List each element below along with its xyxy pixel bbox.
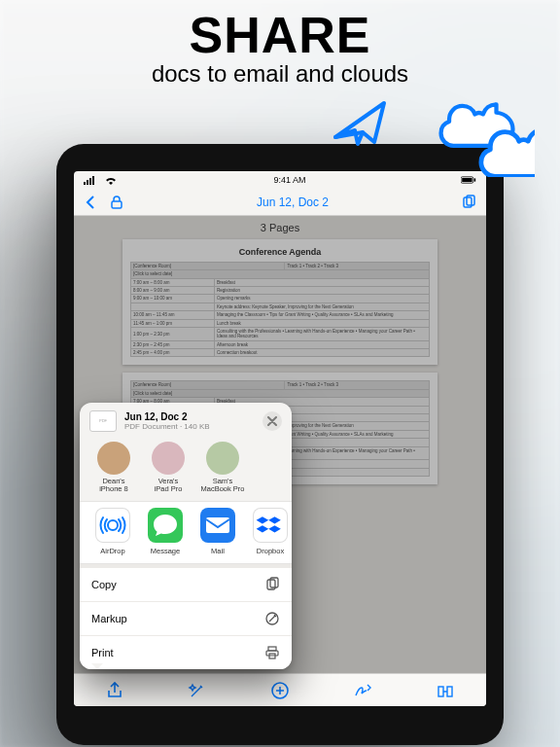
markup-icon: [264, 611, 280, 626]
person-label: Dean'siPhone 8: [89, 478, 138, 494]
action-label: Copy: [91, 579, 117, 590]
action-print[interactable]: Print: [80, 635, 292, 669]
avatar: [206, 442, 239, 475]
airdrop-person[interactable]: Dean'siPhone 8: [89, 442, 138, 494]
airdrop-people-row: Dean'siPhone 8Vera'siPad ProSam'sMacBook…: [80, 438, 292, 502]
svg-rect-2: [87, 180, 88, 185]
mail-icon: [200, 508, 235, 543]
dropbox-icon: [253, 508, 288, 543]
nav-title: Jun 12, Doc 2: [257, 196, 329, 209]
signal-icon: [84, 172, 99, 188]
share-sheet: PDF Jun 12, Doc 2 PDF Document · 140 KB …: [80, 403, 292, 670]
share-sheet-header: PDF Jun 12, Doc 2 PDF Document · 140 KB: [80, 403, 292, 438]
action-label: Print: [91, 647, 114, 658]
promo-subline: docs to email and clouds: [0, 60, 560, 88]
svg-rect-20: [438, 687, 443, 696]
status-time: 9:41 AM: [273, 175, 305, 185]
promo-headline: SHARE: [0, 6, 560, 64]
ipad-frame: 9:41 AM Jun 12, Doc 2 3 Pages Conference…: [56, 144, 504, 745]
share-app-mail[interactable]: Mail: [194, 508, 241, 555]
print-icon: [264, 645, 280, 660]
bottom-toolbar: [74, 673, 486, 706]
sign-icon[interactable]: [353, 681, 372, 700]
share-title: Jun 12, Doc 2: [124, 411, 255, 422]
crop-icon[interactable]: [436, 681, 455, 700]
close-icon[interactable]: [262, 411, 282, 431]
share-app-dropbox[interactable]: Dropbox: [247, 508, 294, 555]
nav-bar: Jun 12, Doc 2: [74, 189, 486, 216]
app-label: Dropbox: [247, 547, 294, 555]
action-label: Markup: [91, 613, 127, 624]
app-label: Message: [142, 547, 189, 555]
svg-rect-12: [206, 517, 229, 533]
person-label: Sam'sMacBook Pro: [198, 478, 247, 494]
share-actions: CopyMarkupPrint: [80, 564, 292, 669]
lock-icon[interactable]: [109, 195, 124, 210]
add-icon[interactable]: [270, 681, 290, 700]
share-app-message[interactable]: Message: [142, 508, 189, 555]
airdrop-icon: [95, 508, 130, 543]
clouds-decoration: [331, 89, 535, 181]
svg-rect-8: [112, 201, 122, 208]
app-label: Mail: [194, 547, 241, 555]
avatar: [152, 442, 185, 475]
airdrop-person[interactable]: Vera'siPad Pro: [144, 442, 192, 494]
share-subtitle: PDF Document · 140 KB: [124, 422, 255, 431]
airdrop-person[interactable]: Sam'sMacBook Pro: [198, 442, 247, 494]
back-icon[interactable]: [84, 195, 99, 210]
share-apps-row: AirDropMessageMailDropbox: [80, 501, 292, 564]
svg-rect-4: [92, 176, 94, 185]
magic-icon[interactable]: [188, 681, 207, 700]
message-icon: [148, 508, 183, 543]
avatar: [97, 442, 130, 475]
promo-header: SHARE docs to email and clouds: [0, 0, 560, 88]
app-label: AirDrop: [89, 547, 136, 555]
svg-point-11: [108, 520, 118, 530]
svg-rect-1: [84, 182, 86, 185]
wifi-icon: [103, 172, 119, 188]
copy-icon: [264, 577, 280, 592]
share-thumbnail: PDF: [89, 410, 117, 432]
ipad-screen: 9:41 AM Jun 12, Doc 2 3 Pages Conference…: [74, 171, 486, 706]
svg-rect-3: [89, 178, 91, 185]
action-markup[interactable]: Markup: [80, 601, 292, 635]
person-label: Vera'siPad Pro: [144, 478, 192, 494]
action-copy[interactable]: Copy: [80, 564, 292, 601]
share-icon[interactable]: [105, 681, 124, 700]
duplicate-icon[interactable]: [461, 195, 476, 210]
share-app-airdrop[interactable]: AirDrop: [89, 508, 136, 555]
svg-rect-21: [447, 687, 452, 696]
